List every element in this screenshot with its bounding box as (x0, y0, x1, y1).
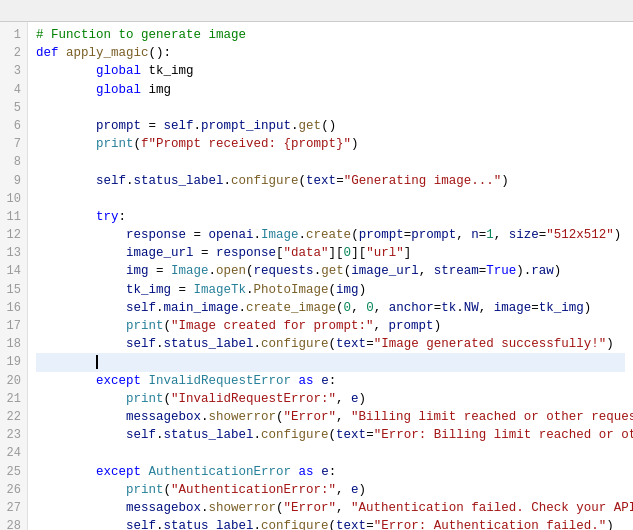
token: = (531, 301, 539, 315)
token: ) (606, 519, 614, 530)
token: . (201, 501, 209, 515)
token: img (336, 283, 359, 297)
token: , (336, 392, 351, 406)
token: raw (531, 264, 554, 278)
code-line: response = openai.Image.create(prompt=pr… (36, 226, 625, 244)
token: response (216, 246, 276, 260)
token: . (254, 228, 262, 242)
token: requests (254, 264, 314, 278)
token: ) (359, 392, 367, 406)
line-number: 11 (4, 208, 21, 226)
token: ) (554, 264, 562, 278)
token: ) (434, 319, 442, 333)
token: "Image generated successfully!" (374, 337, 607, 351)
line-numbers: 1234567891011121314151617181920212223242… (0, 22, 28, 530)
token: . (194, 119, 202, 133)
code-line: tk_img = ImageTk.PhotoImage(img) (36, 281, 625, 299)
token: status_label (134, 174, 224, 188)
code-line (36, 153, 625, 171)
token: anchor (389, 301, 434, 315)
code-line: print(f"Prompt received: {prompt}") (36, 135, 625, 153)
token: ) (606, 337, 614, 351)
token: ) (359, 283, 367, 297)
code-line: except InvalidRequestError as e: (36, 372, 625, 390)
token: = (186, 228, 209, 242)
code-line: global img (36, 81, 625, 99)
token: "AuthenticationError:" (171, 483, 336, 497)
code-line: print("Image created for prompt:", promp… (36, 317, 625, 335)
token: print (96, 137, 134, 151)
token (36, 64, 96, 78)
token: configure (261, 428, 329, 442)
code-line: image_url = response["data"][0]["url"] (36, 244, 625, 262)
token: . (126, 174, 134, 188)
code-area[interactable]: # Function to generate imagedef apply_ma… (28, 22, 633, 530)
token: ImageTk (194, 283, 247, 297)
line-number: 13 (4, 244, 21, 262)
token: "Error" (284, 410, 337, 424)
token: "InvalidRequestError:" (171, 392, 336, 406)
token: img (141, 83, 171, 97)
token: 0 (344, 246, 352, 260)
token: ) (351, 137, 359, 151)
token: . (209, 264, 217, 278)
token: ][ (351, 246, 366, 260)
token: prompt (96, 119, 141, 133)
token: . (299, 228, 307, 242)
token: : (119, 210, 127, 224)
token: = (194, 246, 217, 260)
token: ) (359, 483, 367, 497)
token: ( (299, 174, 307, 188)
token: . (156, 337, 164, 351)
token: ( (329, 519, 337, 530)
token: f"Prompt received: {prompt}" (141, 137, 351, 151)
token: = (366, 519, 374, 530)
token: image_url (351, 264, 419, 278)
code-line: messagebox.showerror("Error", "Billing l… (36, 408, 625, 426)
line-number: 4 (4, 81, 21, 99)
code-line: prompt = self.prompt_input.get() (36, 117, 625, 135)
token: ( (329, 337, 337, 351)
token (36, 283, 126, 297)
token (314, 465, 322, 479)
token: as (299, 465, 314, 479)
token: , (351, 301, 366, 315)
token: text (336, 428, 366, 442)
token: print (126, 483, 164, 497)
token: configure (261, 337, 329, 351)
token: prompt (359, 228, 404, 242)
token: . (254, 337, 262, 351)
token: ][ (329, 246, 344, 260)
line-number: 14 (4, 262, 21, 280)
token: ( (329, 428, 337, 442)
token: self (96, 174, 126, 188)
token (291, 374, 299, 388)
token: stream (434, 264, 479, 278)
token (314, 374, 322, 388)
token: "Error: Authentication failed." (374, 519, 607, 530)
token: . (201, 410, 209, 424)
line-number: 23 (4, 426, 21, 444)
line-number: 10 (4, 190, 21, 208)
code-line: self.status_label.configure(text="Genera… (36, 172, 625, 190)
token: ( (276, 410, 284, 424)
token: = (366, 337, 374, 351)
token: = (141, 119, 164, 133)
token: text (336, 519, 366, 530)
token (36, 501, 126, 515)
token: . (239, 301, 247, 315)
token: 0 (344, 301, 352, 315)
line-number: 8 (4, 153, 21, 171)
token: prompt_input (201, 119, 291, 133)
token: "Generating image..." (344, 174, 502, 188)
token: configure (261, 519, 329, 530)
token: . (254, 428, 262, 442)
token: "url" (366, 246, 404, 260)
cursor (96, 355, 98, 369)
token: , (494, 228, 509, 242)
token (36, 483, 126, 497)
token (36, 119, 96, 133)
token: tk_img (126, 283, 171, 297)
token: . (156, 301, 164, 315)
token: except (96, 465, 141, 479)
